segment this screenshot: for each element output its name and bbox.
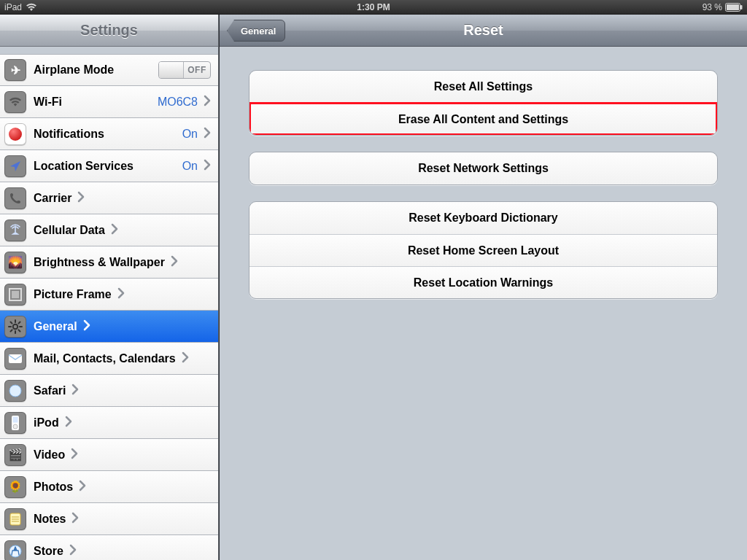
sidebar-item-label: Location Services — [34, 160, 133, 173]
sidebar-item-label: Store — [34, 545, 63, 558]
back-button[interactable]: General — [227, 20, 285, 42]
svg-rect-14 — [9, 354, 22, 363]
detail-body: Reset All Settings Erase All Content and… — [220, 47, 747, 560]
sidebar-item-label: Wi-Fi — [34, 96, 62, 109]
status-bar: iPad 1:30 PM 93 % — [0, 0, 747, 15]
chevron-right-icon — [117, 288, 125, 301]
sidebar-item-cellular-data[interactable]: Cellular Data — [0, 214, 218, 246]
detail-pane: General Reset Reset All Settings Erase A… — [219, 15, 747, 560]
sidebar-item-photos[interactable]: 🌻 Photos — [0, 471, 218, 503]
battery-icon — [725, 3, 743, 12]
chevron-right-icon — [83, 320, 90, 333]
chevron-right-icon — [204, 160, 211, 173]
cellular-icon — [4, 219, 26, 241]
svg-rect-4 — [12, 291, 19, 298]
sidebar-item-label: iPod — [34, 416, 59, 429]
sidebar-item-label: Picture Frame — [34, 288, 112, 301]
picture-frame-icon — [4, 284, 26, 306]
detail-title: Reset — [463, 22, 503, 39]
settings-sidebar: Settings ✈ Airplane Mode OFF Wi-Fi MO6C8 — [0, 15, 219, 560]
sidebar-item-label: Notifications — [34, 128, 104, 141]
sidebar-item-notifications[interactable]: Notifications On — [0, 118, 218, 150]
reset-home-screen-layout-button[interactable]: Reset Home Screen Layout — [249, 234, 717, 266]
sidebar-item-brightness-wallpaper[interactable]: 🌄 Brightness & Wallpaper — [0, 246, 218, 279]
reset-keyboard-dictionary-button[interactable]: Reset Keyboard Dictionary — [249, 202, 717, 234]
reset-location-warnings-button[interactable]: Reset Location Warnings — [249, 266, 717, 298]
airplane-mode-toggle[interactable]: OFF — [158, 61, 211, 79]
svg-point-18 — [13, 424, 18, 429]
wifi-settings-icon — [4, 91, 26, 113]
ipod-icon — [4, 412, 26, 434]
video-icon: 🎬 — [4, 444, 26, 466]
chevron-right-icon — [69, 545, 77, 558]
sidebar-item-label: General — [34, 320, 77, 333]
svg-line-10 — [11, 322, 12, 323]
svg-point-15 — [9, 385, 21, 397]
sidebar-item-carrier[interactable]: Carrier — [0, 182, 218, 214]
chevron-right-icon — [71, 448, 78, 462]
settings-list: ✈ Airplane Mode OFF Wi-Fi MO6C8 — [0, 47, 218, 560]
sidebar-item-picture-frame[interactable]: Picture Frame — [0, 279, 218, 311]
clock: 1:30 PM — [357, 2, 390, 12]
sidebar-item-mail-contacts-calendars[interactable]: Mail, Contacts, Calendars — [0, 343, 218, 375]
sidebar-item-label: Carrier — [34, 192, 71, 205]
sidebar-item-label: Brightness & Wallpaper — [34, 256, 165, 269]
detail-titlebar: General Reset — [220, 15, 747, 47]
erase-all-content-button[interactable]: Erase All Content and Settings — [249, 103, 717, 135]
svg-rect-1 — [727, 4, 739, 10]
sidebar-item-label: Video — [34, 448, 65, 462]
reset-all-settings-button[interactable]: Reset All Settings — [249, 71, 717, 103]
svg-rect-2 — [740, 5, 743, 9]
wallpaper-icon: 🌄 — [4, 252, 26, 273]
chevron-right-icon — [204, 96, 211, 109]
sidebar-item-ipod[interactable]: iPod — [0, 407, 218, 439]
device-label: iPad — [4, 2, 22, 12]
photos-icon: 🌻 — [4, 476, 26, 498]
sidebar-item-label: Mail, Contacts, Calendars — [34, 352, 176, 365]
sidebar-item-airplane-mode[interactable]: ✈ Airplane Mode OFF — [0, 54, 218, 86]
chevron-right-icon — [204, 128, 211, 141]
sidebar-item-general[interactable]: General — [0, 311, 218, 343]
sidebar-item-label: Cellular Data — [34, 224, 105, 237]
phone-icon — [4, 187, 26, 209]
safari-icon — [4, 380, 26, 402]
svg-line-12 — [11, 330, 12, 331]
reset-group-2: Reset Network Settings — [249, 152, 718, 185]
sidebar-item-notes[interactable]: Notes — [0, 503, 218, 535]
battery-pct: 93 % — [703, 2, 722, 12]
sidebar-item-wifi[interactable]: Wi-Fi MO6C8 — [0, 86, 218, 118]
sidebar-item-label: Safari — [34, 384, 66, 397]
wifi-icon — [26, 3, 36, 12]
mail-icon — [4, 348, 26, 370]
store-icon — [4, 540, 26, 561]
sidebar-item-video[interactable]: 🎬 Video — [0, 439, 218, 471]
svg-line-13 — [18, 322, 20, 323]
chevron-right-icon — [71, 384, 79, 397]
svg-point-5 — [13, 324, 18, 328]
chevron-right-icon — [182, 352, 189, 365]
notifications-icon — [4, 123, 26, 145]
notes-icon — [4, 508, 26, 530]
chevron-right-icon — [111, 224, 118, 237]
sidebar-item-label: Photos — [34, 481, 73, 494]
chevron-right-icon — [65, 416, 72, 429]
location-value: On — [182, 160, 198, 173]
sidebar-item-label: Airplane Mode — [34, 63, 114, 77]
sidebar-item-store[interactable]: Store — [0, 535, 218, 560]
chevron-right-icon — [79, 481, 86, 494]
notifications-value: On — [182, 128, 198, 141]
reset-group-1: Reset All Settings Erase All Content and… — [249, 70, 718, 136]
sidebar-item-label: Notes — [34, 513, 66, 526]
location-icon — [4, 155, 26, 177]
svg-rect-17 — [13, 416, 18, 422]
wifi-network-value: MO6C8 — [158, 96, 198, 109]
sidebar-title: Settings — [0, 15, 218, 47]
gear-icon — [4, 316, 26, 338]
reset-network-settings-button[interactable]: Reset Network Settings — [249, 152, 717, 184]
airplane-icon: ✈ — [4, 59, 26, 81]
svg-line-11 — [18, 330, 20, 331]
chevron-right-icon — [77, 192, 85, 205]
chevron-right-icon — [171, 256, 178, 269]
sidebar-item-safari[interactable]: Safari — [0, 375, 218, 407]
sidebar-item-location-services[interactable]: Location Services On — [0, 150, 218, 182]
